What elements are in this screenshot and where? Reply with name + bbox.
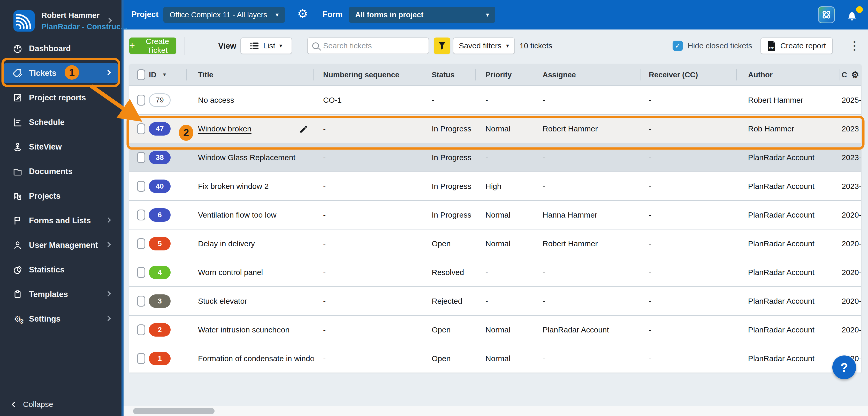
ticket-id-badge: 40 <box>149 180 170 193</box>
svg-text:PDF: PDF <box>769 47 774 50</box>
column-header-title[interactable]: Title <box>187 64 314 85</box>
column-header-id[interactable]: ID ▼ <box>145 64 187 85</box>
row-checkbox[interactable] <box>137 210 145 220</box>
collapse-button[interactable]: Collapse <box>12 400 53 409</box>
table-row[interactable]: 47Window broken-In ProgressNormalRobert … <box>129 114 861 143</box>
sidebar-item-documents[interactable]: Documents <box>0 159 122 184</box>
column-settings-gear-icon[interactable]: ⚙ <box>851 69 859 80</box>
ticket-title[interactable]: No access <box>198 96 234 105</box>
scrollbar-thumb[interactable] <box>133 408 215 414</box>
column-header-author[interactable]: Author <box>737 64 840 85</box>
table-row[interactable]: 79No accessCO-1----Robert Hammer2025- <box>129 85 861 114</box>
ticket-title[interactable]: Formation of condensate in window <box>198 354 314 363</box>
ticket-title[interactable]: Stuck elevator <box>198 297 247 305</box>
ticket-title[interactable]: Window Glass Replacement <box>198 153 296 162</box>
project-dropdown[interactable]: Office Complex 11 - All layers ▾ <box>163 7 285 23</box>
hide-closed-checkbox[interactable]: ✓ <box>673 40 683 51</box>
row-checkbox[interactable] <box>137 324 145 335</box>
assignee-cell: - <box>531 86 641 114</box>
horizontal-scrollbar[interactable] <box>124 406 868 416</box>
account-switcher[interactable]: Robert Hammer PlanRadar - Construc... <box>0 0 122 36</box>
row-checkbox[interactable] <box>137 238 145 249</box>
column-header-receiver[interactable]: Receiver (CC) <box>641 64 737 85</box>
numbering-cell: - <box>314 230 420 258</box>
planradar-connect-icon[interactable] <box>818 6 835 23</box>
table-row[interactable]: 38Window Glass Replacement-In Progress--… <box>129 143 861 172</box>
tickets-table: ID ▼ Title Numbering sequence Status Pri… <box>129 64 861 373</box>
receiver-cell: - <box>641 344 737 373</box>
sidebar-item-tickets[interactable]: Tickets <box>0 61 122 85</box>
search-box <box>307 37 429 54</box>
tickets-tag-icon <box>12 68 23 79</box>
column-header-priority[interactable]: Priority <box>476 64 531 85</box>
ticket-title[interactable]: Worn control panel <box>198 268 263 277</box>
numbering-cell: - <box>314 258 420 287</box>
search-input[interactable] <box>323 41 424 50</box>
filter-button[interactable] <box>434 37 450 54</box>
author-cell: PlanRadar Account <box>737 201 840 229</box>
receiver-cell: - <box>641 316 737 344</box>
row-checkbox[interactable] <box>137 267 145 278</box>
view-mode-dropdown[interactable]: List ▾ <box>240 37 292 54</box>
row-checkbox[interactable] <box>137 181 145 192</box>
sidebar-item-statistics[interactable]: Statistics <box>0 258 122 282</box>
ticket-id-badge: 2 <box>149 323 170 336</box>
sidebar-item-siteview[interactable]: SiteView <box>0 135 122 159</box>
row-checkbox[interactable] <box>137 152 145 163</box>
project-reports-icon <box>12 93 23 103</box>
created-cell: 2020- <box>840 258 861 287</box>
row-checkbox[interactable] <box>137 296 145 306</box>
assignee-cell: Robert Hammer <box>531 115 641 143</box>
table-row[interactable]: 6Ventilation flow too low-In ProgressNor… <box>129 200 861 229</box>
table-row[interactable]: 40Fix broken window 2-In ProgressHigh--P… <box>129 172 861 200</box>
edit-pencil-icon[interactable] <box>299 124 308 134</box>
create-ticket-button[interactable]: + Create Ticket <box>129 37 176 54</box>
column-header-numbering[interactable]: Numbering sequence <box>314 64 420 85</box>
sidebar-accent-strip <box>122 0 124 416</box>
more-options-kebab-icon[interactable]: ⋮ <box>849 39 860 52</box>
receiver-cell: - <box>641 230 737 258</box>
ticket-title[interactable]: Fix broken window 2 <box>198 182 269 191</box>
row-checkbox[interactable] <box>137 123 145 134</box>
author-cell: PlanRadar Account <box>737 344 840 373</box>
hide-closed-label[interactable]: Hide closed tickets <box>688 41 752 50</box>
ticket-title[interactable]: Ventilation flow too low <box>198 211 277 219</box>
sidebar-item-user-management[interactable]: User Management <box>0 233 122 258</box>
numbering-cell: - <box>314 201 420 229</box>
row-checkbox[interactable] <box>137 353 145 364</box>
status-cell: In Progress <box>420 115 476 143</box>
table-row[interactable]: 5Delay in delivery-OpenNormalRobert Hamm… <box>129 229 861 258</box>
sidebar-item-schedule[interactable]: Schedule <box>0 110 122 135</box>
receiver-cell: - <box>641 115 737 143</box>
author-cell: PlanRadar Account <box>737 230 840 258</box>
sidebar-item-forms-and-lists[interactable]: Forms and Lists <box>0 208 122 233</box>
sidebar-item-templates[interactable]: Templates <box>0 282 122 306</box>
column-header-created[interactable]: C ⚙ <box>840 64 861 85</box>
table-row[interactable]: 1Formation of condensate in window-OpenN… <box>129 344 861 373</box>
sidebar-item-projects[interactable]: Projects <box>0 184 122 208</box>
notification-dot <box>856 6 863 13</box>
column-header-assignee[interactable]: Assignee <box>531 64 641 85</box>
projects-buildings-icon <box>12 191 23 201</box>
sidebar-item-settings[interactable]: ⚙⚙ Settings <box>0 306 122 331</box>
saved-filters-dropdown[interactable]: Saved filters ▾ <box>453 37 515 54</box>
form-dropdown[interactable]: All forms in project ▾ <box>349 7 495 23</box>
ticket-title[interactable]: Delay in delivery <box>198 239 255 248</box>
project-settings-gear-icon[interactable]: ⚙ <box>297 8 308 20</box>
sidebar-item-project-reports[interactable]: Project reports <box>0 85 122 110</box>
ticket-title[interactable]: Window broken <box>198 124 251 133</box>
table-row[interactable]: 2Water intrusion scuncheon-OpenNormalPla… <box>129 315 861 344</box>
create-report-button[interactable]: PDF Create report <box>761 37 833 54</box>
ticket-title[interactable]: Water intrusion scuncheon <box>198 325 289 334</box>
search-icon <box>312 42 319 49</box>
form-label: Form <box>322 10 343 19</box>
row-checkbox[interactable] <box>137 95 145 106</box>
table-row[interactable]: 4Worn control panel-Resolved---PlanRadar… <box>129 258 861 287</box>
column-header-status[interactable]: Status <box>420 64 476 85</box>
table-row[interactable]: 3Stuck elevator-Rejected---PlanRadar Acc… <box>129 287 861 315</box>
assignee-cell: PlanRadar Account <box>531 316 641 344</box>
receiver-cell: - <box>641 86 737 114</box>
sidebar-item-dashboard[interactable]: Dashboard <box>0 36 122 61</box>
help-button[interactable]: ? <box>832 355 856 379</box>
select-all-checkbox[interactable] <box>137 69 145 80</box>
